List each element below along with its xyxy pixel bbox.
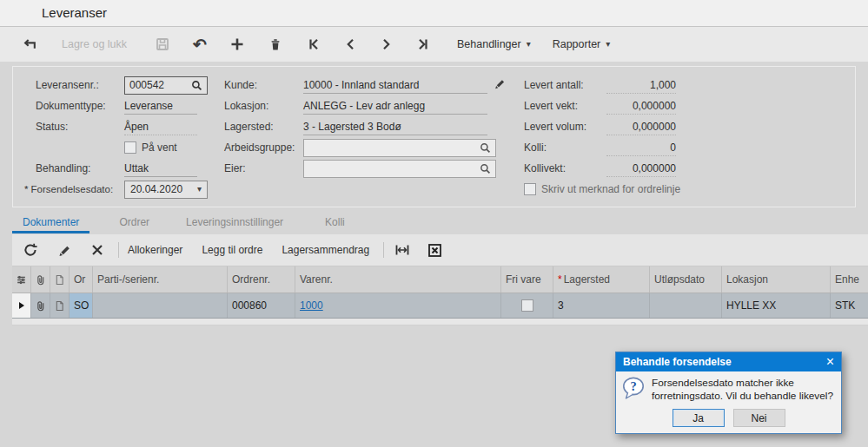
leveransenr-row: Leveransenr.: 000542	[36, 75, 208, 95]
grid-settings-icon[interactable]	[12, 266, 31, 293]
delete-icon[interactable]	[268, 33, 283, 56]
search-icon[interactable]	[480, 142, 491, 154]
column-header-fri-vare[interactable]: Fri vare	[501, 266, 553, 293]
tab-kolli[interactable]: Kolli	[315, 214, 355, 233]
attachment-column-icon[interactable]	[31, 266, 50, 293]
eier-label: Eier:	[224, 162, 303, 174]
edit-row-icon[interactable]	[57, 243, 71, 257]
levert-volum-label: Levert volum:	[524, 121, 606, 133]
svg-text:?: ?	[630, 379, 636, 393]
behandling-label: Behandling:	[36, 162, 124, 174]
dokumenttype-label: Dokumenttype:	[36, 100, 124, 112]
title-bar: Leveranser	[0, 0, 868, 27]
legg-til-ordre-button[interactable]: Legg til ordre	[202, 244, 262, 256]
behandlinger-menu[interactable]: Behandlinger ▾	[457, 38, 531, 50]
levert-volum-row: Levert volum: 0,000000	[524, 116, 680, 137]
export-excel-icon[interactable]	[427, 243, 442, 258]
edit-kunde-icon[interactable]	[494, 77, 506, 92]
kollivekt-value: 0,000000	[606, 161, 676, 177]
grid-data-row[interactable]: SO 000860 1000 3 HYLLE XX STK	[12, 293, 868, 319]
row-selector-cell[interactable]	[12, 293, 31, 318]
cell-lokasjon[interactable]: HYLLE XX	[722, 293, 831, 318]
cell-varenr[interactable]: 1000	[295, 293, 501, 318]
chevron-down-icon: ▾	[606, 40, 610, 49]
column-header-parti[interactable]: Parti-/serienr.	[93, 266, 228, 293]
main-toolbar: Lagre og lukk ↶ Behandlinger ▾ Rapporter	[0, 27, 868, 62]
lagersammendrag-button[interactable]: Lagersammendrag	[282, 244, 369, 256]
leveransenr-input[interactable]: 000542	[124, 76, 208, 95]
column-header-ordrenr[interactable]: Ordrenr.	[228, 266, 295, 293]
cell-enhet[interactable]: STK	[831, 293, 868, 318]
save-icon[interactable]	[155, 33, 170, 56]
skriv-ut-merknad-checkbox[interactable]	[524, 183, 536, 195]
cell-fri-vare[interactable]	[501, 293, 553, 318]
rapporter-menu[interactable]: Rapporter ▾	[553, 38, 611, 50]
rapporter-menu-label: Rapporter	[553, 38, 601, 50]
first-record-icon[interactable]	[306, 33, 321, 56]
kollivekt-label: Kollivekt:	[524, 162, 606, 174]
tab-leveringsinnstillinger[interactable]: Leveringsinnstillinger	[176, 214, 294, 233]
levert-vekt-value: 0,000000	[606, 98, 676, 115]
close-icon[interactable]: ×	[826, 355, 834, 369]
chevron-down-icon: ▾	[197, 185, 202, 194]
cell-ordrenr[interactable]: 000860	[228, 293, 295, 318]
eier-input[interactable]	[303, 160, 496, 178]
lokasjon-row: Lokasjon: ANLEGG - Lev adr anlegg	[224, 95, 496, 116]
behandlinger-menu-label: Behandlinger	[457, 38, 521, 50]
add-icon[interactable]	[229, 33, 245, 56]
skriv-ut-merknad-label: Skriv ut merknad for ordrelinje	[541, 183, 680, 195]
row-notes-cell[interactable]	[50, 293, 70, 318]
column-header-varenr[interactable]: Varenr.	[295, 266, 501, 293]
tab-ordrer[interactable]: Ordrer	[109, 214, 160, 233]
lagersted-header-text: Lagersted	[564, 273, 610, 286]
status-row: Status: Åpen	[36, 116, 208, 137]
row-attachment-cell[interactable]	[31, 293, 50, 318]
fit-columns-icon[interactable]	[394, 243, 410, 257]
document-summary-panel: Leveransenr.: 000542 Dokumenttype: Lever…	[12, 66, 856, 207]
dialog-title: Behandle forsendelse	[623, 356, 732, 368]
levert-volum-value: 0,000000	[606, 119, 676, 135]
dialog-title-bar: Behandle forsendelse ×	[616, 352, 841, 371]
last-record-icon[interactable]	[415, 33, 431, 56]
column-header-utlopsdato[interactable]: Utløpsdato	[650, 266, 722, 293]
cell-lagersted[interactable]: 3	[553, 293, 650, 318]
current-row-icon	[19, 302, 24, 309]
tab-dokumenter[interactable]: Dokumenter	[12, 214, 89, 233]
no-button[interactable]: Nei	[733, 409, 785, 427]
undo-icon[interactable]: ↶	[193, 33, 207, 56]
note-icon	[55, 300, 64, 312]
arbeidsgruppe-input[interactable]	[303, 139, 496, 157]
save-and-close-button[interactable]: Lagre og lukk	[62, 38, 127, 50]
form-column-left: Leveransenr.: 000542 Dokumenttype: Lever…	[36, 75, 208, 200]
refresh-icon[interactable]	[23, 242, 38, 258]
cell-ordretype[interactable]: SO	[70, 293, 93, 318]
back-icon[interactable]	[21, 33, 37, 56]
column-header-enhet[interactable]: Enhe	[831, 266, 868, 293]
behandling-value: Uttak	[124, 161, 197, 177]
cell-utlopsdato[interactable]	[650, 293, 722, 318]
leveransenr-value: 000542	[129, 79, 191, 91]
question-icon: ?	[622, 377, 646, 400]
column-header-lokasjon[interactable]: Lokasjon	[722, 266, 831, 293]
search-icon[interactable]	[191, 80, 202, 91]
forsendelsesdato-select[interactable]: 20.04.2020 ▾	[124, 181, 208, 199]
next-record-icon[interactable]	[379, 33, 394, 56]
yes-button[interactable]: Ja	[673, 409, 725, 427]
previous-record-icon[interactable]	[342, 33, 358, 56]
forsendelsesdato-label-text: Forsendelsesdato:	[30, 184, 113, 194]
column-header-ordretype[interactable]: Or	[70, 266, 93, 293]
kunde-label: Kunde:	[224, 79, 303, 91]
leveransenr-label: Leveransenr.:	[36, 79, 124, 91]
search-icon[interactable]	[480, 163, 491, 174]
notes-column-icon[interactable]	[50, 266, 70, 293]
allokeringer-button[interactable]: Allokeringer	[128, 244, 182, 256]
cell-parti[interactable]	[93, 293, 228, 318]
pa-vent-checkbox[interactable]	[124, 141, 136, 154]
fri-vare-checkbox[interactable]	[521, 299, 533, 312]
levert-antall-value: 1,000	[606, 77, 676, 94]
varenr-link[interactable]: 1000	[300, 299, 323, 312]
column-header-lagersted[interactable]: *Lagersted	[553, 266, 650, 293]
delete-row-icon[interactable]	[90, 243, 104, 257]
lagersted-row: Lagersted: 3 - Lagersted 3 Bodø	[224, 116, 496, 137]
chevron-down-icon: ▾	[527, 40, 531, 49]
